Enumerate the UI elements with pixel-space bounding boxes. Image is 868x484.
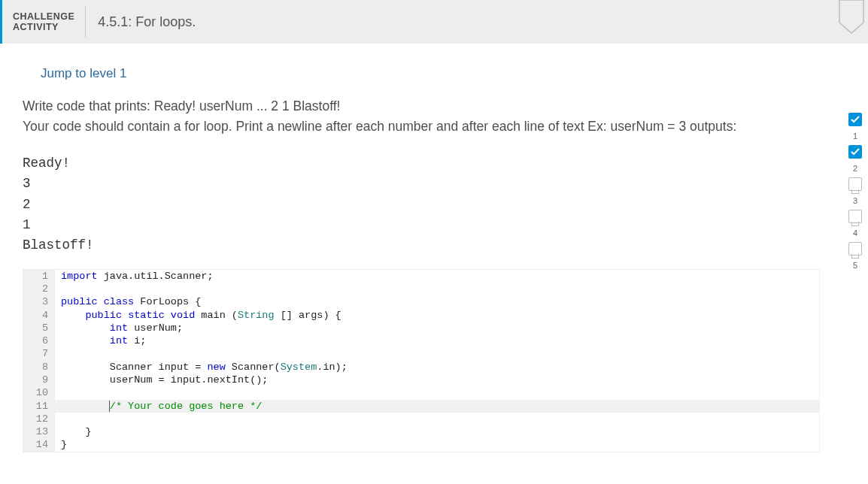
step-number: 4	[853, 228, 857, 237]
code-text[interactable]: }	[55, 438, 819, 451]
code-text[interactable]: int userNum;	[55, 322, 819, 334]
code-line[interactable]: 12	[23, 413, 819, 425]
line-number: 11	[23, 400, 55, 413]
step-indicator[interactable]: 5	[848, 242, 862, 270]
line-number: 8	[23, 361, 55, 374]
line-number: 2	[23, 283, 55, 295]
prompt-line-2: Your code should contain a for loop. Pri…	[23, 116, 826, 137]
code-text[interactable]: }	[55, 425, 819, 438]
step-indicator[interactable]: 2	[848, 145, 862, 173]
code-text[interactable]	[55, 386, 819, 399]
pocket-icon	[835, 0, 868, 44]
line-number: 12	[23, 413, 55, 425]
code-line[interactable]: 2	[23, 283, 819, 295]
line-number: 14	[23, 438, 55, 451]
header-label: CHALLENGE ACTIVITY	[2, 0, 85, 44]
code-line[interactable]: 8 Scanner input = new Scanner(System.in)…	[23, 361, 819, 374]
code-line[interactable]: 10	[23, 386, 819, 399]
line-number: 1	[23, 270, 55, 283]
step-indicator-column: 12345	[842, 44, 868, 452]
code-text[interactable]: userNum = input.nextInt();	[55, 374, 819, 386]
code-text[interactable]: import java.util.Scanner;	[55, 270, 819, 283]
code-text[interactable]	[55, 347, 819, 360]
check-icon	[848, 113, 862, 126]
sample-output-line: 1	[23, 215, 842, 235]
step-number: 3	[853, 196, 857, 205]
code-text[interactable]: public class ForLoops {	[55, 295, 819, 308]
step-indicator[interactable]: 3	[848, 177, 862, 205]
header-title: 4.5.1: For loops.	[86, 0, 208, 44]
line-number: 6	[23, 334, 55, 347]
code-line[interactable]: 1import java.util.Scanner;	[23, 270, 819, 283]
pocket-icon	[848, 242, 862, 256]
pocket-icon	[848, 177, 862, 191]
step-number: 2	[853, 164, 857, 173]
code-line[interactable]: 13 }	[23, 425, 819, 438]
line-number: 13	[23, 425, 55, 438]
code-text[interactable]: Scanner input = new Scanner(System.in);	[55, 361, 819, 374]
code-line[interactable]: 9 userNum = input.nextInt();	[23, 374, 819, 386]
code-editor[interactable]: 1import java.util.Scanner;2 3public clas…	[23, 269, 820, 452]
code-text[interactable]	[55, 283, 819, 295]
code-text[interactable]: public static void main (String [] args)…	[55, 309, 819, 322]
challenge-header: CHALLENGE ACTIVITY 4.5.1: For loops.	[0, 0, 868, 44]
code-line[interactable]: 5 int userNum;	[23, 322, 819, 334]
line-number: 3	[23, 295, 55, 308]
code-text[interactable]: int i;	[55, 334, 819, 347]
header-label-line2: ACTIVITY	[13, 22, 74, 32]
sample-output-line: Blastoff!	[23, 235, 842, 256]
line-number: 4	[23, 309, 55, 322]
step-number: 1	[853, 132, 857, 141]
code-line[interactable]: 4 public static void main (String [] arg…	[23, 309, 819, 322]
step-number: 5	[853, 261, 857, 270]
sample-output-line: 3	[23, 174, 842, 194]
prompt-text: Write code that prints: Ready! userNum .…	[0, 96, 842, 153]
code-line[interactable]: 7	[23, 347, 819, 360]
code-line[interactable]: 3public class ForLoops {	[23, 295, 819, 308]
step-indicator[interactable]: 1	[848, 113, 862, 141]
pocket-icon	[848, 210, 862, 223]
prompt-line-1: Write code that prints: Ready! userNum .…	[23, 96, 826, 116]
code-line[interactable]: 6 int i;	[23, 334, 819, 347]
code-text[interactable]: /* Your code goes here */	[55, 400, 819, 413]
sample-output: Ready!321Blastoff!	[0, 153, 842, 269]
step-indicator[interactable]: 4	[848, 210, 862, 237]
jump-to-level-link[interactable]: Jump to level 1	[0, 44, 141, 96]
line-number: 7	[23, 347, 55, 360]
check-icon	[848, 145, 862, 159]
code-text[interactable]	[55, 413, 819, 425]
header-label-line1: CHALLENGE	[13, 11, 74, 22]
line-number: 10	[23, 386, 55, 399]
line-number: 5	[23, 322, 55, 334]
code-line[interactable]: 11 /* Your code goes here */	[23, 400, 819, 413]
sample-output-line: Ready!	[23, 153, 842, 174]
line-number: 9	[23, 374, 55, 386]
sample-output-line: 2	[23, 195, 842, 215]
code-line[interactable]: 14}	[23, 438, 819, 451]
